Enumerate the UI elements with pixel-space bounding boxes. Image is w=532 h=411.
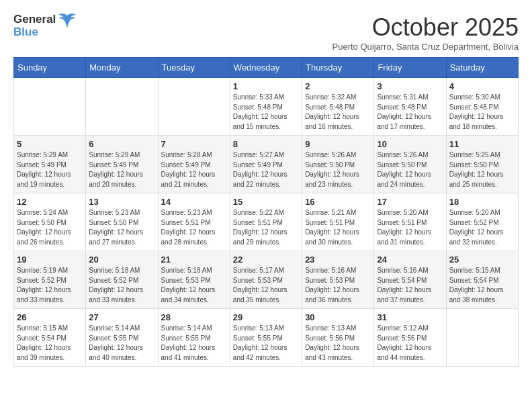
calendar-cell: 17Sunrise: 5:20 AM Sunset: 5:51 PM Dayli… <box>374 193 446 251</box>
day-info: Sunrise: 5:30 AM Sunset: 5:48 PM Dayligh… <box>449 93 515 132</box>
col-saturday: Saturday <box>446 58 518 78</box>
calendar-cell: 3Sunrise: 5:31 AM Sunset: 5:48 PM Daylig… <box>374 78 446 136</box>
day-number: 25 <box>449 255 515 265</box>
calendar-cell: 26Sunrise: 5:15 AM Sunset: 5:54 PM Dayli… <box>14 309 86 367</box>
calendar-cell: 20Sunrise: 5:18 AM Sunset: 5:52 PM Dayli… <box>86 251 158 309</box>
calendar-week-row: 26Sunrise: 5:15 AM Sunset: 5:54 PM Dayli… <box>14 309 519 367</box>
day-number: 20 <box>89 255 154 265</box>
calendar-week-row: 19Sunrise: 5:19 AM Sunset: 5:52 PM Dayli… <box>14 251 519 309</box>
day-info: Sunrise: 5:22 AM Sunset: 5:51 PM Dayligh… <box>233 208 299 247</box>
calendar-week-row: 12Sunrise: 5:24 AM Sunset: 5:50 PM Dayli… <box>14 193 519 251</box>
calendar-cell: 31Sunrise: 5:12 AM Sunset: 5:56 PM Dayli… <box>374 309 446 367</box>
calendar-cell: 18Sunrise: 5:20 AM Sunset: 5:52 PM Dayli… <box>446 193 518 251</box>
day-info: Sunrise: 5:32 AM Sunset: 5:48 PM Dayligh… <box>305 93 371 132</box>
day-number: 10 <box>377 139 443 149</box>
calendar-cell: 4Sunrise: 5:30 AM Sunset: 5:48 PM Daylig… <box>446 78 518 136</box>
day-info: Sunrise: 5:15 AM Sunset: 5:54 PM Dayligh… <box>17 324 83 363</box>
day-number: 19 <box>17 255 83 265</box>
day-number: 6 <box>89 139 154 149</box>
calendar-cell: 11Sunrise: 5:25 AM Sunset: 5:50 PM Dayli… <box>446 136 518 193</box>
day-number: 21 <box>161 255 227 265</box>
location-subtitle: Puerto Quijarro, Santa Cruz Department, … <box>332 42 519 52</box>
calendar-cell: 8Sunrise: 5:27 AM Sunset: 5:49 PM Daylig… <box>230 136 302 193</box>
day-info: Sunrise: 5:20 AM Sunset: 5:52 PM Dayligh… <box>449 208 515 247</box>
month-year-title: October 2025 <box>332 13 519 42</box>
day-info: Sunrise: 5:31 AM Sunset: 5:48 PM Dayligh… <box>377 93 443 132</box>
day-info: Sunrise: 5:16 AM Sunset: 5:54 PM Dayligh… <box>377 266 443 305</box>
day-info: Sunrise: 5:17 AM Sunset: 5:53 PM Dayligh… <box>233 266 299 305</box>
calendar-cell <box>86 78 158 136</box>
logo: General Blue <box>13 13 77 38</box>
day-info: Sunrise: 5:20 AM Sunset: 5:51 PM Dayligh… <box>377 208 443 247</box>
day-number: 24 <box>377 255 443 265</box>
day-number: 27 <box>89 312 154 322</box>
header: General Blue October 2025 Puerto Quijarr… <box>13 13 519 52</box>
calendar-cell: 27Sunrise: 5:14 AM Sunset: 5:55 PM Dayli… <box>86 309 158 367</box>
day-info: Sunrise: 5:14 AM Sunset: 5:55 PM Dayligh… <box>161 324 227 363</box>
calendar-cell: 13Sunrise: 5:23 AM Sunset: 5:50 PM Dayli… <box>86 193 158 251</box>
day-number: 4 <box>449 81 515 91</box>
day-number: 22 <box>233 255 299 265</box>
col-thursday: Thursday <box>302 58 374 78</box>
day-number: 13 <box>89 197 154 207</box>
calendar-cell: 14Sunrise: 5:23 AM Sunset: 5:51 PM Dayli… <box>158 193 230 251</box>
calendar-cell: 2Sunrise: 5:32 AM Sunset: 5:48 PM Daylig… <box>302 78 374 136</box>
calendar-week-row: 5Sunrise: 5:29 AM Sunset: 5:49 PM Daylig… <box>14 136 519 193</box>
day-number: 31 <box>377 312 443 322</box>
calendar-cell: 30Sunrise: 5:13 AM Sunset: 5:56 PM Dayli… <box>302 309 374 367</box>
calendar-cell: 15Sunrise: 5:22 AM Sunset: 5:51 PM Dayli… <box>230 193 302 251</box>
calendar-cell: 22Sunrise: 5:17 AM Sunset: 5:53 PM Dayli… <box>230 251 302 309</box>
calendar-cell: 7Sunrise: 5:28 AM Sunset: 5:49 PM Daylig… <box>158 136 230 193</box>
calendar-cell: 1Sunrise: 5:33 AM Sunset: 5:48 PM Daylig… <box>230 78 302 136</box>
logo-bird-icon <box>57 12 77 34</box>
col-monday: Monday <box>86 58 158 78</box>
calendar-cell: 19Sunrise: 5:19 AM Sunset: 5:52 PM Dayli… <box>14 251 86 309</box>
day-info: Sunrise: 5:29 AM Sunset: 5:49 PM Dayligh… <box>89 150 154 189</box>
day-number: 9 <box>305 139 371 149</box>
logo-general: General <box>13 13 56 26</box>
day-number: 12 <box>17 197 83 207</box>
calendar-cell: 24Sunrise: 5:16 AM Sunset: 5:54 PM Dayli… <box>374 251 446 309</box>
day-number: 11 <box>449 139 515 149</box>
day-number: 26 <box>17 312 83 322</box>
calendar-cell <box>158 78 230 136</box>
day-number: 5 <box>17 139 83 149</box>
day-number: 15 <box>233 197 299 207</box>
day-number: 28 <box>161 312 227 322</box>
calendar-cell: 12Sunrise: 5:24 AM Sunset: 5:50 PM Dayli… <box>14 193 86 251</box>
day-info: Sunrise: 5:15 AM Sunset: 5:54 PM Dayligh… <box>449 266 515 305</box>
day-number: 30 <box>305 312 371 322</box>
col-sunday: Sunday <box>14 58 86 78</box>
logo-blue: Blue <box>13 26 56 39</box>
day-info: Sunrise: 5:16 AM Sunset: 5:53 PM Dayligh… <box>305 266 371 305</box>
col-tuesday: Tuesday <box>158 58 230 78</box>
day-number: 2 <box>305 81 371 91</box>
day-info: Sunrise: 5:27 AM Sunset: 5:49 PM Dayligh… <box>233 150 299 189</box>
day-number: 1 <box>233 81 299 91</box>
day-number: 17 <box>377 197 443 207</box>
calendar-week-row: 1Sunrise: 5:33 AM Sunset: 5:48 PM Daylig… <box>14 78 519 136</box>
calendar-cell: 21Sunrise: 5:18 AM Sunset: 5:53 PM Dayli… <box>158 251 230 309</box>
day-info: Sunrise: 5:13 AM Sunset: 5:56 PM Dayligh… <box>305 324 371 363</box>
title-section: October 2025 Puerto Quijarro, Santa Cruz… <box>332 13 519 52</box>
day-info: Sunrise: 5:28 AM Sunset: 5:49 PM Dayligh… <box>161 150 227 189</box>
calendar-cell: 29Sunrise: 5:13 AM Sunset: 5:55 PM Dayli… <box>230 309 302 367</box>
calendar-cell: 9Sunrise: 5:26 AM Sunset: 5:50 PM Daylig… <box>302 136 374 193</box>
day-number: 16 <box>305 197 371 207</box>
calendar-cell: 5Sunrise: 5:29 AM Sunset: 5:49 PM Daylig… <box>14 136 86 193</box>
day-info: Sunrise: 5:18 AM Sunset: 5:53 PM Dayligh… <box>161 266 227 305</box>
col-friday: Friday <box>374 58 446 78</box>
calendar-cell: 10Sunrise: 5:26 AM Sunset: 5:50 PM Dayli… <box>374 136 446 193</box>
day-info: Sunrise: 5:21 AM Sunset: 5:51 PM Dayligh… <box>305 208 371 247</box>
day-number: 8 <box>233 139 299 149</box>
day-info: Sunrise: 5:26 AM Sunset: 5:50 PM Dayligh… <box>377 150 443 189</box>
day-info: Sunrise: 5:14 AM Sunset: 5:55 PM Dayligh… <box>89 324 154 363</box>
day-number: 3 <box>377 81 443 91</box>
day-info: Sunrise: 5:19 AM Sunset: 5:52 PM Dayligh… <box>17 266 83 305</box>
calendar-cell: 6Sunrise: 5:29 AM Sunset: 5:49 PM Daylig… <box>86 136 158 193</box>
calendar-cell <box>14 78 86 136</box>
day-info: Sunrise: 5:33 AM Sunset: 5:48 PM Dayligh… <box>233 93 299 132</box>
day-info: Sunrise: 5:18 AM Sunset: 5:52 PM Dayligh… <box>89 266 154 305</box>
day-info: Sunrise: 5:23 AM Sunset: 5:50 PM Dayligh… <box>89 208 154 247</box>
day-info: Sunrise: 5:29 AM Sunset: 5:49 PM Dayligh… <box>17 150 83 189</box>
